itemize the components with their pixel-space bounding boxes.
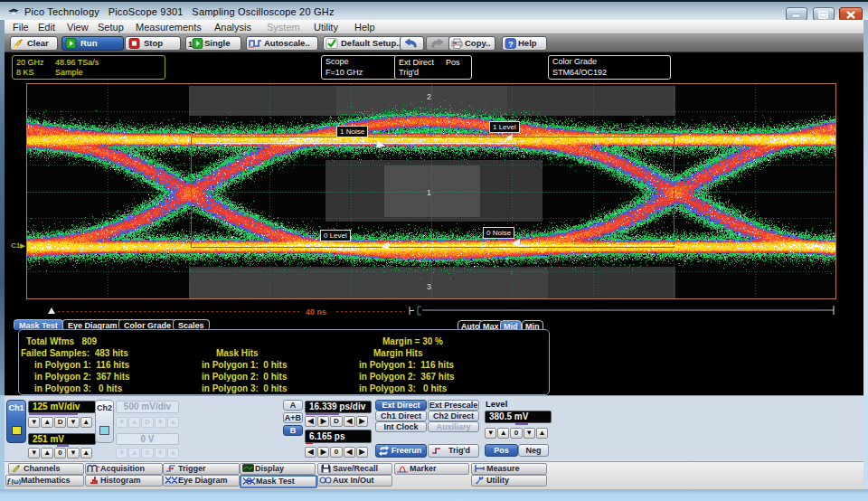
svg-text:1: 1 (188, 40, 193, 49)
svg-text:40 ns: 40 ns (306, 307, 326, 317)
svg-text:(ω): (ω) (11, 478, 21, 486)
svg-text:?: ? (508, 39, 514, 49)
svg-text:f: f (7, 477, 11, 486)
